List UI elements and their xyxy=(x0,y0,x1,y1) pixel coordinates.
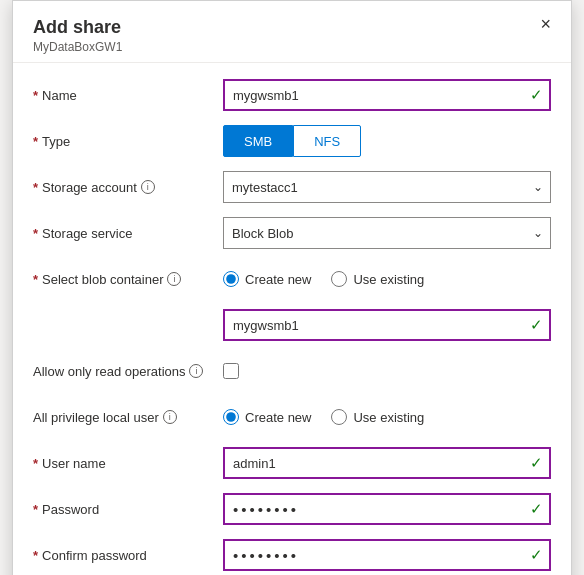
privilege-use-existing-label: Use existing xyxy=(353,410,424,425)
blob-container-value-row: ✓ xyxy=(33,309,551,341)
dialog-body: * Name ✓ * Type SMB NFS xyxy=(13,63,571,575)
storage-account-control: mytestacc1 ⌄ xyxy=(223,171,551,203)
dialog-title: Add share xyxy=(33,17,551,38)
blob-create-new-option[interactable]: Create new xyxy=(223,271,311,287)
username-input[interactable] xyxy=(223,447,551,479)
blob-container-radio-group: Create new Use existing xyxy=(223,263,551,295)
name-row: * Name ✓ xyxy=(33,79,551,111)
allow-read-control xyxy=(223,355,551,387)
close-button[interactable]: × xyxy=(534,13,557,35)
dialog-subtitle: MyDataBoxGW1 xyxy=(33,40,551,54)
storage-service-row: * Storage service Block Blob ⌄ xyxy=(33,217,551,249)
storage-account-info-icon[interactable]: i xyxy=(141,180,155,194)
username-input-wrapper: ✓ xyxy=(223,447,551,479)
confirm-password-required-star: * xyxy=(33,548,38,563)
storage-service-control: Block Blob ⌄ xyxy=(223,217,551,249)
blob-create-new-label: Create new xyxy=(245,272,311,287)
storage-service-required-star: * xyxy=(33,226,38,241)
storage-account-label-text: Storage account xyxy=(42,180,137,195)
type-control: SMB NFS xyxy=(223,125,551,157)
name-checkmark: ✓ xyxy=(530,86,543,104)
storage-account-label: * Storage account i xyxy=(33,180,223,195)
name-label: * Name xyxy=(33,88,223,103)
confirm-password-label-text: Confirm password xyxy=(42,548,147,563)
blob-container-info-icon[interactable]: i xyxy=(167,272,181,286)
storage-service-select[interactable]: Block Blob xyxy=(223,217,551,249)
privilege-row: All privilege local user i Create new Us… xyxy=(33,401,551,433)
confirm-password-row: * Confirm password ✓ xyxy=(33,539,551,571)
blob-container-input-wrapper: ✓ xyxy=(223,309,551,341)
storage-service-label-text: Storage service xyxy=(42,226,132,241)
allow-read-row: Allow only read operations i xyxy=(33,355,551,387)
type-toggle: SMB NFS xyxy=(223,125,551,157)
type-required-star: * xyxy=(33,134,38,149)
smb-button[interactable]: SMB xyxy=(223,125,293,157)
password-input-wrapper: ✓ xyxy=(223,493,551,525)
confirm-password-input-wrapper: ✓ xyxy=(223,539,551,571)
allow-read-label-text: Allow only read operations xyxy=(33,364,185,379)
nfs-button[interactable]: NFS xyxy=(293,125,361,157)
type-label: * Type xyxy=(33,134,223,149)
privilege-create-new-option[interactable]: Create new xyxy=(223,409,311,425)
confirm-password-control: ✓ xyxy=(223,539,551,571)
storage-service-select-wrapper: Block Blob ⌄ xyxy=(223,217,551,249)
blob-container-label-text: Select blob container xyxy=(42,272,163,287)
add-share-dialog: Add share MyDataBoxGW1 × * Name ✓ * Type xyxy=(12,0,572,575)
blob-container-required-star: * xyxy=(33,272,38,287)
name-required-star: * xyxy=(33,88,38,103)
name-label-text: Name xyxy=(42,88,77,103)
blob-container-checkmark: ✓ xyxy=(530,316,543,334)
storage-account-select[interactable]: mytestacc1 xyxy=(223,171,551,203)
privilege-create-new-label: Create new xyxy=(245,410,311,425)
allow-read-checkbox[interactable] xyxy=(223,363,239,379)
username-control: ✓ xyxy=(223,447,551,479)
name-input[interactable] xyxy=(223,79,551,111)
allow-read-label: Allow only read operations i xyxy=(33,364,223,379)
privilege-radio-group: Create new Use existing xyxy=(223,401,551,433)
password-checkmark: ✓ xyxy=(530,500,543,518)
username-checkmark: ✓ xyxy=(530,454,543,472)
password-label: * Password xyxy=(33,502,223,517)
blob-container-input[interactable] xyxy=(223,309,551,341)
dialog-header: Add share MyDataBoxGW1 × xyxy=(13,1,571,63)
privilege-label: All privilege local user i xyxy=(33,410,223,425)
username-label-text: User name xyxy=(42,456,106,471)
blob-container-row: * Select blob container i Create new Use… xyxy=(33,263,551,295)
username-required-star: * xyxy=(33,456,38,471)
allow-read-info-icon[interactable]: i xyxy=(189,364,203,378)
type-row: * Type SMB NFS xyxy=(33,125,551,157)
password-label-text: Password xyxy=(42,502,99,517)
allow-read-checkbox-wrapper xyxy=(223,355,551,387)
storage-service-label: * Storage service xyxy=(33,226,223,241)
blob-use-existing-label: Use existing xyxy=(353,272,424,287)
storage-account-required-star: * xyxy=(33,180,38,195)
privilege-control: Create new Use existing xyxy=(223,401,551,433)
confirm-password-checkmark: ✓ xyxy=(530,546,543,564)
privilege-label-text: All privilege local user xyxy=(33,410,159,425)
confirm-password-input[interactable] xyxy=(223,539,551,571)
storage-account-select-wrapper: mytestacc1 ⌄ xyxy=(223,171,551,203)
blob-use-existing-radio[interactable] xyxy=(331,271,347,287)
storage-account-row: * Storage account i mytestacc1 ⌄ xyxy=(33,171,551,203)
confirm-password-label: * Confirm password xyxy=(33,548,223,563)
password-required-star: * xyxy=(33,502,38,517)
blob-container-value-control: ✓ xyxy=(223,309,551,341)
password-control: ✓ xyxy=(223,493,551,525)
blob-create-new-radio[interactable] xyxy=(223,271,239,287)
password-input[interactable] xyxy=(223,493,551,525)
name-input-wrapper: ✓ xyxy=(223,79,551,111)
username-row: * User name ✓ xyxy=(33,447,551,479)
blob-container-label: * Select blob container i xyxy=(33,272,223,287)
blob-use-existing-option[interactable]: Use existing xyxy=(331,271,424,287)
password-row: * Password ✓ xyxy=(33,493,551,525)
type-label-text: Type xyxy=(42,134,70,149)
privilege-use-existing-option[interactable]: Use existing xyxy=(331,409,424,425)
privilege-use-existing-radio[interactable] xyxy=(331,409,347,425)
privilege-create-new-radio[interactable] xyxy=(223,409,239,425)
username-label: * User name xyxy=(33,456,223,471)
name-control: ✓ xyxy=(223,79,551,111)
privilege-info-icon[interactable]: i xyxy=(163,410,177,424)
blob-container-control: Create new Use existing xyxy=(223,263,551,295)
